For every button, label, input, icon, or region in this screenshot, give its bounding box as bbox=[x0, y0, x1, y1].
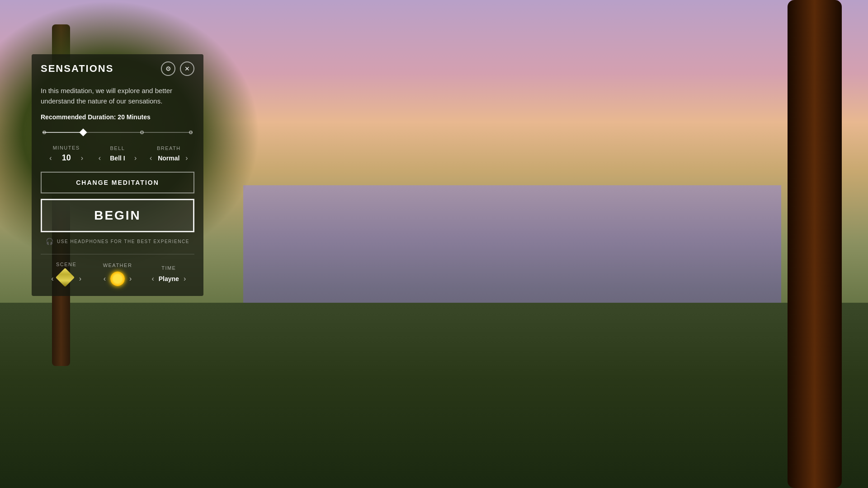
headphones-hint: 🎧 USE HEADPHONES FOR THE BEST EXPERIENCE bbox=[41, 238, 194, 245]
time-control: TIME ‹ Playne › bbox=[143, 265, 194, 283]
breath-control: BREATH ‹ Normal › bbox=[143, 145, 194, 163]
settings-button[interactable]: ⚙ bbox=[161, 61, 175, 76]
weather-control: WEATHER ‹ › bbox=[92, 263, 143, 286]
minutes-increment-button[interactable]: › bbox=[79, 154, 85, 163]
left-arrow-icon: ‹ bbox=[51, 275, 53, 282]
scene-control: SCENE ‹ › bbox=[41, 262, 92, 287]
weather-value-row: ‹ › bbox=[102, 272, 134, 286]
scene-label: SCENE bbox=[56, 262, 76, 267]
slider-endpoint-left bbox=[42, 131, 46, 134]
bell-increment-button[interactable]: › bbox=[132, 154, 138, 163]
ground bbox=[0, 303, 868, 488]
environment-section: SCENE ‹ › WEATHER bbox=[41, 254, 194, 287]
tree-right bbox=[788, 0, 842, 488]
duration-slider[interactable] bbox=[41, 128, 194, 137]
minutes-label: MINUTES bbox=[53, 145, 80, 150]
breath-value-row: ‹ Normal › bbox=[148, 154, 190, 163]
weather-increment-button[interactable]: › bbox=[127, 274, 133, 283]
left-arrow-icon: ‹ bbox=[104, 275, 106, 282]
right-arrow-icon: › bbox=[134, 154, 137, 162]
panel-body: In this meditation, we will explore and … bbox=[32, 81, 203, 296]
left-arrow-icon: ‹ bbox=[99, 154, 101, 162]
minutes-control: MINUTES ‹ 10 › bbox=[41, 145, 92, 163]
slider-track bbox=[42, 128, 193, 137]
recommended-label: Recommended Duration: bbox=[41, 113, 116, 121]
bell-value-row: ‹ Bell I › bbox=[97, 154, 139, 163]
minutes-value-row: ‹ 10 › bbox=[47, 153, 85, 163]
bell-value: Bell I bbox=[106, 155, 129, 162]
recommended-duration: Recommended Duration: 20 Minutes bbox=[41, 113, 194, 121]
slider-endpoint-right bbox=[189, 131, 193, 134]
scene-diamond-shape bbox=[55, 268, 74, 287]
right-arrow-icon: › bbox=[79, 275, 81, 282]
right-arrow-icon: › bbox=[185, 154, 188, 162]
weather-decrement-button[interactable]: ‹ bbox=[102, 274, 108, 283]
minutes-value: 10 bbox=[57, 153, 75, 163]
bell-control: BELL ‹ Bell I › bbox=[92, 145, 143, 163]
left-arrow-icon: ‹ bbox=[151, 275, 154, 282]
scene-increment-button[interactable]: › bbox=[77, 274, 83, 283]
time-label: TIME bbox=[161, 265, 176, 271]
close-button[interactable]: ✕ bbox=[180, 61, 194, 76]
controls-row: MINUTES ‹ 10 › BELL ‹ bbox=[41, 145, 194, 163]
recommended-value: 20 Minutes bbox=[118, 113, 150, 121]
meditation-panel: SENSATIONS ⚙ ✕ In this meditation, we wi… bbox=[32, 54, 203, 296]
left-arrow-icon: ‹ bbox=[49, 154, 52, 162]
breath-decrement-button[interactable]: ‹ bbox=[148, 154, 154, 163]
slider-thumb bbox=[79, 129, 87, 136]
weather-label: WEATHER bbox=[103, 263, 132, 268]
minutes-decrement-button[interactable]: ‹ bbox=[47, 154, 53, 163]
left-arrow-icon: ‹ bbox=[150, 154, 152, 162]
time-value: Playne bbox=[159, 275, 179, 282]
right-arrow-icon: › bbox=[81, 154, 83, 162]
scene-decrement-button[interactable]: ‹ bbox=[49, 274, 55, 283]
headphones-icon: 🎧 bbox=[46, 238, 53, 245]
breath-increment-button[interactable]: › bbox=[184, 154, 189, 163]
hint-text: USE HEADPHONES FOR THE BEST EXPERIENCE bbox=[57, 239, 189, 244]
env-row: SCENE ‹ › WEATHER bbox=[41, 262, 194, 287]
scene-icon bbox=[58, 271, 75, 287]
slider-line bbox=[42, 132, 193, 133]
panel-header: SENSATIONS ⚙ ✕ bbox=[32, 54, 203, 81]
close-icon: ✕ bbox=[184, 65, 190, 72]
panel-title: SENSATIONS bbox=[41, 63, 113, 75]
time-decrement-button[interactable]: ‹ bbox=[150, 274, 156, 283]
scene-value-row: ‹ › bbox=[49, 271, 83, 287]
time-value-row: ‹ Playne › bbox=[150, 274, 188, 283]
breath-label: BREATH bbox=[157, 145, 181, 151]
right-arrow-icon: › bbox=[184, 275, 186, 282]
sun-weather-icon bbox=[110, 272, 125, 286]
breath-value: Normal bbox=[157, 155, 180, 162]
time-increment-button[interactable]: › bbox=[182, 274, 188, 283]
begin-button[interactable]: BEGIN bbox=[41, 199, 194, 232]
change-meditation-button[interactable]: CHANGE MEDITATION bbox=[41, 172, 194, 193]
description-text: In this meditation, we will explore and … bbox=[41, 86, 194, 106]
slider-midpoint bbox=[140, 131, 144, 134]
header-icons: ⚙ ✕ bbox=[161, 61, 194, 76]
right-arrow-icon: › bbox=[129, 275, 132, 282]
bell-label: BELL bbox=[110, 145, 125, 151]
bell-decrement-button[interactable]: ‹ bbox=[97, 154, 103, 163]
gear-icon: ⚙ bbox=[165, 65, 171, 72]
